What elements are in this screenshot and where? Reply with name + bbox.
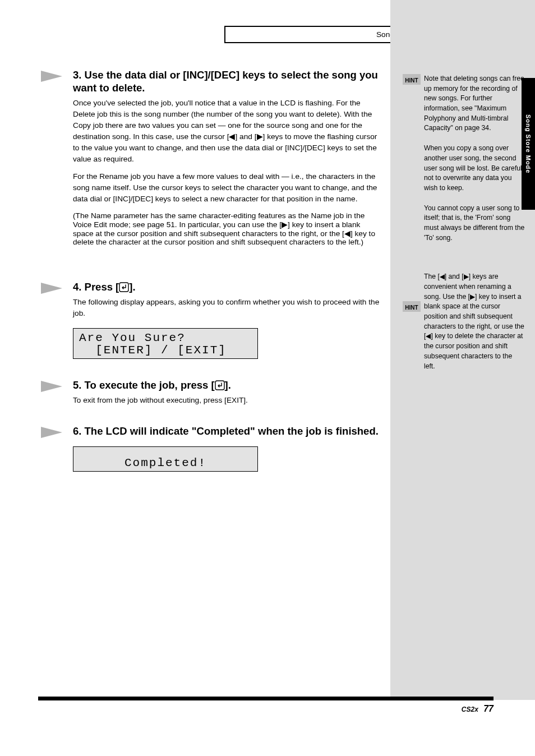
step-arrow-icon xyxy=(41,381,62,392)
step-6: 6. The LCD will indicate "Completed" whe… xyxy=(38,425,379,472)
footer-model: CS2x xyxy=(462,706,478,713)
cursor-left-icon: ◀ xyxy=(344,229,350,238)
step-6-heading: 6. The LCD will indicate "Completed" whe… xyxy=(38,425,379,437)
step-5-body: To exit from the job without executing, … xyxy=(38,395,248,406)
step-5-heading: 5. To execute the job, press []. xyxy=(38,379,248,391)
cursor-right-icon: ▶ xyxy=(257,132,263,141)
svg-rect-0 xyxy=(119,283,128,292)
step-5: 5. To execute the job, press []. To exit… xyxy=(38,379,248,406)
footer: CS2x 77 xyxy=(38,704,494,714)
footer-page: 77 xyxy=(483,704,494,713)
hint-icon: HINT xyxy=(403,301,421,312)
sidebar: HINT Note that deleting songs can free u… xyxy=(390,0,535,700)
side-tab: Song Store Mode xyxy=(522,78,535,210)
enter-key-icon xyxy=(215,380,225,390)
hint-text-3: You cannot copy a user song to itself; t… xyxy=(424,204,525,243)
hint-text-2: When you copy a song over another user s… xyxy=(424,144,525,193)
cursor-left-icon: ◀ xyxy=(229,132,235,141)
hint-text-4: The [◀] and [▶] keys are convenient when… xyxy=(424,272,525,371)
step-arrow-icon xyxy=(41,283,62,294)
enter-key-icon xyxy=(119,282,129,292)
cursor-right-icon: ▶ xyxy=(282,220,288,229)
step-3-body-1: Once you've selected the job, you'll not… xyxy=(38,98,382,164)
step-4: 4. Press []. The following display appea… xyxy=(38,280,382,359)
lcd-confirm: Are You Sure? [ENTER] / [EXIT] xyxy=(73,328,258,359)
svg-rect-1 xyxy=(215,381,224,390)
step-4-heading: 4. Press []. xyxy=(38,280,382,293)
step-3-heading: 3. Use the data dial or [INC]/[DEC] keys… xyxy=(38,68,382,94)
step-3: 3. Use the data dial or [INC]/[DEC] keys… xyxy=(38,68,382,246)
step-arrow-icon xyxy=(41,71,62,82)
footer-rule xyxy=(38,697,494,700)
step-4-body: The following display appears, asking yo… xyxy=(38,297,382,319)
step-arrow-icon xyxy=(41,427,62,438)
hint-text-1: Note that deleting songs can free up mem… xyxy=(424,74,525,133)
step-3-body-2: For the Rename job you have a few more v… xyxy=(38,171,382,205)
hint-icon: HINT xyxy=(403,74,421,85)
step-3-parenthetical: (The Name parameter has the same charact… xyxy=(38,211,382,246)
lcd-completed: Completed! xyxy=(73,446,258,472)
